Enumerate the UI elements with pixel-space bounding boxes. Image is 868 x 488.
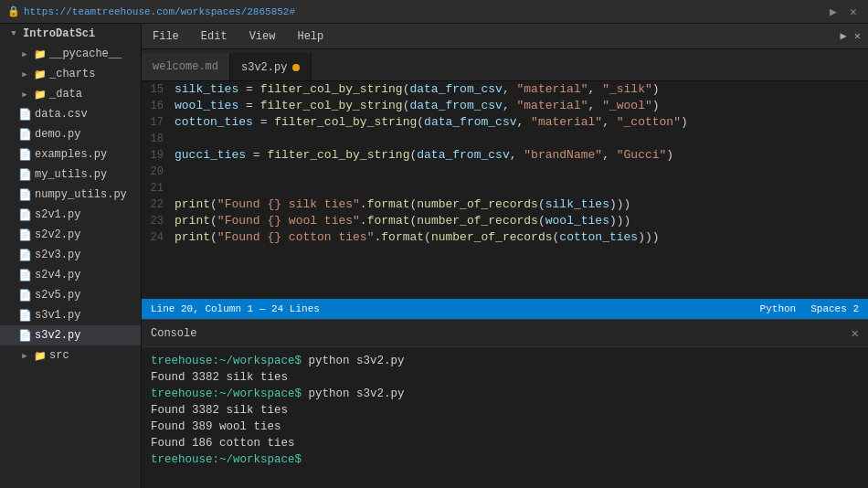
tab-label: welcome.md (153, 60, 218, 73)
sidebar-label: data.csv (35, 108, 88, 121)
file-icon: 📄 (18, 168, 31, 181)
sidebar-label: my_utils.py (35, 168, 107, 181)
sidebar-item-demo[interactable]: 📄 demo.py (0, 124, 141, 144)
sidebar-label: src (49, 349, 69, 362)
code-line-22: 22 print("Found {} silk ties".format(num… (142, 196, 868, 213)
run-icon[interactable]: ▶ (841, 29, 847, 43)
folder-icon: 📁 (34, 68, 47, 80)
console-panel: Console ✕ treehouse:~/workspace$ python … (142, 319, 868, 488)
sidebar-label: _charts (49, 68, 95, 80)
menu-bar: File Edit View Help ▶ ✕ (142, 24, 868, 49)
sidebar-root-label: IntroDatSci (23, 27, 95, 40)
chevron-right-icon: ▶ (18, 88, 31, 101)
chevron-right-icon: ▶ (18, 68, 31, 80)
file-icon: 📄 (18, 128, 31, 141)
sidebar-label: s2v2.py (35, 228, 80, 241)
lock-icon: 🔒 (7, 5, 20, 17)
file-icon: 📄 (18, 108, 31, 121)
sidebar-label: demo.py (35, 128, 80, 141)
sidebar-label: _data (49, 88, 82, 101)
sidebar-label: examples.py (35, 148, 107, 161)
code-line-21: 21 (142, 180, 868, 196)
sidebar-label: __pycache__ (49, 48, 122, 60)
sidebar-item-s3v2[interactable]: 📄 s3v2.py (0, 325, 141, 345)
console-line-2: Found 3382 silk ties (151, 369, 859, 386)
sidebar-label: s3v2.py (35, 329, 80, 342)
file-icon: 📄 (18, 309, 31, 322)
tab-welcome-md[interactable]: welcome.md (142, 53, 230, 80)
file-icon: 📄 (18, 188, 31, 201)
file-icon: 📄 (18, 289, 31, 302)
status-bar: Line 20, Column 1 — 24 Lines Python Spac… (142, 299, 868, 319)
language-indicator[interactable]: Python (760, 303, 797, 314)
sidebar-label: s2v4.py (35, 269, 80, 281)
editor-area: File Edit View Help ▶ ✕ welcome.md s3v2.… (142, 24, 868, 488)
action-icon-1[interactable]: ▶ (826, 5, 841, 19)
code-line-19: 19 gucci_ties = filter_col_by_string(dat… (142, 147, 868, 164)
code-line-23: 23 print("Found {} wool ties".format(num… (142, 213, 868, 229)
sidebar-item-numpy-utils[interactable]: 📄 numpy_utils.py (0, 185, 141, 205)
console-line-6: Found 186 cotton ties (151, 435, 859, 451)
sidebar-item-s2v5[interactable]: 📄 s2v5.py (0, 285, 141, 305)
sidebar-item-my-utils[interactable]: 📄 my_utils.py (0, 164, 141, 185)
chevron-icon: ▼ (7, 27, 20, 40)
chevron-right-icon: ▶ (18, 349, 31, 362)
unsaved-dot (292, 64, 300, 71)
sidebar-item-data-csv[interactable]: 📄 data.csv (0, 104, 141, 124)
console-line-3: treehouse:~/workspace$ python s3v2.py (151, 386, 859, 402)
sidebar-item-charts[interactable]: ▶ 📁 _charts (0, 64, 141, 84)
titlebar: 🔒 https://teamtreehouse.com/workspaces/2… (0, 0, 868, 24)
menu-file[interactable]: File (149, 28, 183, 45)
folder-icon: 📁 (34, 88, 47, 101)
url-text: https://teamtreehouse.com/workspaces/286… (24, 6, 295, 17)
folder-icon: 📁 (34, 349, 47, 362)
cursor-position: Line 20, Column 1 — 24 Lines (151, 303, 320, 314)
sidebar-label: s2v5.py (35, 289, 80, 302)
sidebar-item-examples[interactable]: 📄 examples.py (0, 144, 141, 164)
file-icon: 📄 (18, 148, 31, 161)
sidebar-item-s2v2[interactable]: 📄 s2v2.py (0, 225, 141, 245)
code-line-24: 24 print("Found {} cotton ties".format(n… (142, 229, 868, 246)
menu-view[interactable]: View (246, 28, 280, 45)
console-line-7: treehouse:~/workspace$ (151, 451, 859, 468)
menu-help[interactable]: Help (293, 28, 327, 45)
console-body[interactable]: treehouse:~/workspace$ python s3v2.py Fo… (142, 347, 868, 488)
sidebar-item-s2v4[interactable]: 📄 s2v4.py (0, 265, 141, 285)
console-close-button[interactable]: ✕ (852, 325, 859, 341)
file-icon: 📄 (18, 208, 31, 221)
file-icon: 📄 (18, 249, 31, 261)
sidebar-item-pycache[interactable]: ▶ 📁 __pycache__ (0, 44, 141, 64)
action-icon-2[interactable]: ✕ (846, 5, 861, 19)
sidebar-label: s3v1.py (35, 309, 80, 322)
sidebar-item-src[interactable]: ▶ 📁 src (0, 345, 141, 366)
folder-icon: 📁 (34, 48, 47, 60)
code-line-20: 20 (142, 164, 868, 180)
sidebar-item-s3v1[interactable]: 📄 s3v1.py (0, 305, 141, 325)
console-header: Console ✕ (142, 320, 868, 347)
tab-bar: welcome.md s3v2.py (142, 49, 868, 81)
tab-s3v2-py[interactable]: s3v2.py (230, 53, 312, 80)
sidebar-item-s2v3[interactable]: 📄 s2v3.py (0, 245, 141, 265)
settings-icon[interactable]: ✕ (854, 29, 861, 43)
menu-edit[interactable]: Edit (197, 28, 231, 45)
sidebar-item-data[interactable]: ▶ 📁 _data (0, 84, 141, 104)
file-icon: 📄 (18, 329, 31, 342)
code-line-15: 15 silk_ties = filter_col_by_string(data… (142, 81, 868, 98)
sidebar-item-s2v1[interactable]: 📄 s2v1.py (0, 205, 141, 225)
sidebar-label: s2v1.py (35, 208, 80, 221)
sidebar-root[interactable]: ▼ IntroDatSci (0, 24, 141, 44)
code-line-17: 17 cotton_ties = filter_col_by_string(da… (142, 114, 868, 131)
encoding-indicator[interactable]: Spaces 2 (810, 303, 859, 314)
console-line-5: Found 389 wool ties (151, 419, 859, 435)
code-line-16: 16 wool_ties = filter_col_by_string(data… (142, 98, 868, 114)
code-editor[interactable]: 15 silk_ties = filter_col_by_string(data… (142, 81, 868, 299)
code-line-18: 18 (142, 131, 868, 147)
console-line-4: Found 3382 silk ties (151, 402, 859, 419)
sidebar-label: s2v3.py (35, 249, 80, 261)
file-icon: 📄 (18, 269, 31, 281)
sidebar-label: numpy_utils.py (35, 188, 127, 201)
chevron-right-icon: ▶ (18, 48, 31, 60)
file-icon: 📄 (18, 228, 31, 241)
tab-label: s3v2.py (241, 61, 287, 74)
console-title: Console (151, 327, 196, 340)
